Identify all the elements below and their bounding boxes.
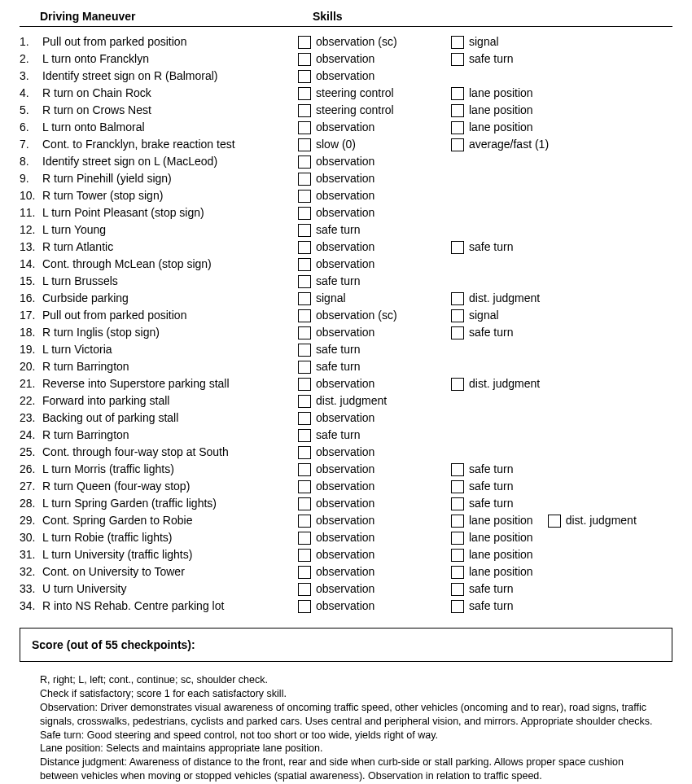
- table-row: 6.L turn onto Balmoralobservationlane po…: [20, 119, 672, 136]
- row-number: 2.: [20, 50, 42, 68]
- row-number: 22.: [20, 392, 42, 410]
- table-row: 1.Pull out from parked positionobservati…: [20, 33, 672, 50]
- checkbox[interactable]: [298, 600, 311, 613]
- row-number: 9.: [20, 170, 42, 187]
- checkbox[interactable]: [298, 378, 311, 391]
- table-row: 3.Identify street sign on R (Balmoral)ob…: [20, 68, 672, 85]
- skill-label: signal: [469, 33, 499, 50]
- checkbox[interactable]: [451, 292, 464, 305]
- maneuver-text: Backing out of parking stall: [42, 410, 298, 427]
- checkbox[interactable]: [298, 53, 311, 66]
- table-row: 25.Cont. through four-way stop at Southo…: [20, 444, 672, 461]
- checkbox[interactable]: [451, 549, 464, 562]
- checkbox[interactable]: [298, 549, 311, 562]
- skill-label: steering control: [316, 85, 394, 102]
- checkbox[interactable]: [451, 241, 464, 254]
- checkbox[interactable]: [298, 121, 311, 134]
- checkbox[interactable]: [451, 497, 464, 510]
- checkbox[interactable]: [298, 207, 311, 220]
- checkbox[interactable]: [451, 600, 464, 613]
- row-number: 33.: [20, 580, 42, 598]
- row-number: 6.: [20, 119, 42, 136]
- skill-label: observation: [316, 119, 374, 136]
- skill-item: signal: [451, 33, 499, 50]
- checkbox[interactable]: [298, 241, 311, 254]
- checkbox[interactable]: [298, 326, 311, 339]
- checkbox[interactable]: [451, 104, 464, 117]
- skill-label: observation (sc): [316, 33, 397, 50]
- checkbox[interactable]: [298, 309, 311, 322]
- checkbox[interactable]: [298, 104, 311, 117]
- checkbox[interactable]: [451, 326, 464, 339]
- skill-label: safe turn: [316, 273, 360, 290]
- table-row: 9.R turn Pinehill (yield sign)observatio…: [20, 170, 672, 187]
- table-row: 22.Forward into parking stalldist. judgm…: [20, 392, 672, 410]
- checkbox[interactable]: [298, 292, 311, 305]
- maneuver-text: L turn Point Pleasant (stop sign): [42, 204, 298, 221]
- checkbox[interactable]: [298, 258, 311, 271]
- skill-label: dist. judgment: [316, 392, 387, 410]
- checkbox[interactable]: [298, 497, 311, 510]
- skill-item: observation: [298, 50, 436, 68]
- checkbox[interactable]: [451, 583, 464, 596]
- skill-item: lane position: [451, 529, 533, 546]
- checkbox[interactable]: [451, 87, 464, 100]
- checkbox[interactable]: [298, 36, 311, 49]
- checkbox[interactable]: [451, 138, 464, 151]
- skill-label: observation: [316, 239, 374, 256]
- row-number: 12.: [20, 221, 42, 239]
- checkbox[interactable]: [298, 463, 311, 476]
- checkbox[interactable]: [451, 378, 464, 391]
- checkbox[interactable]: [298, 70, 311, 83]
- skill-item: observation: [298, 256, 436, 273]
- checkbox[interactable]: [451, 532, 464, 545]
- skill-item: dist. judgment: [451, 375, 540, 392]
- skill-item: observation: [298, 580, 436, 598]
- checkbox[interactable]: [548, 515, 561, 528]
- row-number: 10.: [20, 187, 42, 204]
- checkbox[interactable]: [298, 87, 311, 100]
- skill-label: steering control: [316, 102, 394, 119]
- checkbox[interactable]: [298, 566, 311, 579]
- checkbox[interactable]: [298, 446, 311, 459]
- checkbox[interactable]: [298, 275, 311, 288]
- checkbox[interactable]: [451, 566, 464, 579]
- table-row: 15.L turn Brusselssafe turn: [20, 273, 672, 290]
- table-row: 27.R turn Queen (four-way stop)observati…: [20, 478, 672, 495]
- checkbox[interactable]: [298, 224, 311, 237]
- checkbox[interactable]: [451, 121, 464, 134]
- table-row: 21.Reverse into Superstore parking stall…: [20, 375, 672, 392]
- skill-label: safe turn: [469, 50, 513, 68]
- checkbox[interactable]: [298, 138, 311, 151]
- maneuver-text: Cont. to Francklyn, brake reaction test: [42, 136, 298, 153]
- checkbox[interactable]: [451, 36, 464, 49]
- notes-section: R, right; L, left; cont., continue; sc, …: [20, 673, 672, 783]
- checkbox[interactable]: [298, 480, 311, 493]
- checkbox[interactable]: [298, 515, 311, 528]
- checkbox[interactable]: [451, 480, 464, 493]
- checkbox[interactable]: [451, 463, 464, 476]
- skill-label: slow (0): [316, 136, 356, 153]
- checkbox[interactable]: [298, 583, 311, 596]
- checkbox[interactable]: [298, 173, 311, 186]
- table-row: 26.L turn Morris (traffic lights)observa…: [20, 461, 672, 478]
- checkbox[interactable]: [298, 395, 311, 408]
- checkbox[interactable]: [298, 532, 311, 545]
- skill-item: safe turn: [298, 341, 436, 358]
- maneuver-text: Cont. on University to Tower: [42, 563, 298, 580]
- row-number: 8.: [20, 153, 42, 170]
- checkbox[interactable]: [298, 412, 311, 425]
- table-row: 14.Cont. through McLean (stop sign)obser…: [20, 256, 672, 273]
- checkbox[interactable]: [298, 190, 311, 203]
- checkbox[interactable]: [298, 429, 311, 442]
- skill-item: lane position: [451, 563, 533, 580]
- skill-item: observation: [298, 529, 436, 546]
- skill-label: observation: [316, 512, 374, 529]
- checkbox[interactable]: [298, 155, 311, 169]
- checkbox[interactable]: [451, 309, 464, 322]
- checkbox[interactable]: [298, 344, 311, 357]
- checkbox[interactable]: [451, 515, 464, 528]
- checkbox[interactable]: [451, 53, 464, 66]
- skill-item: observation: [298, 324, 436, 341]
- checkbox[interactable]: [298, 361, 311, 374]
